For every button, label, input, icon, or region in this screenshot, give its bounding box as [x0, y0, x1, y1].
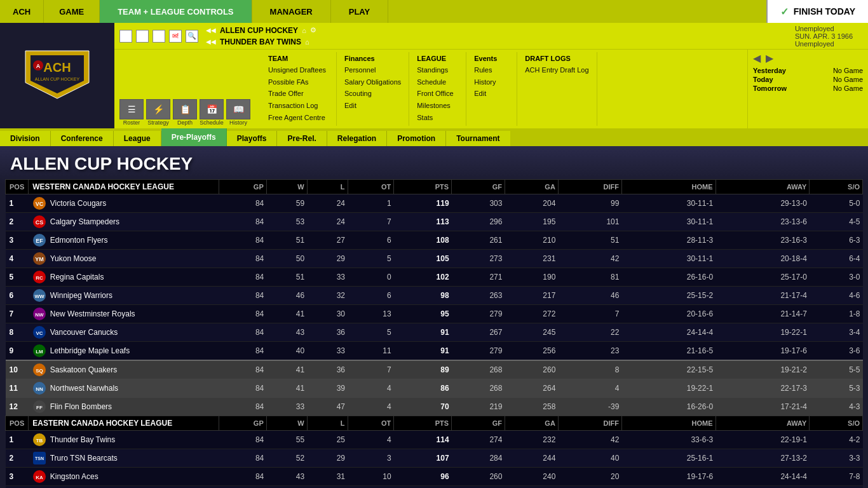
schedule-prev-button[interactable]: ◀: [753, 52, 761, 64]
table-row[interactable]: 9 LMLethbridge Maple Leafs 84 40 33 11 9…: [6, 342, 863, 361]
tab-league[interactable]: League: [114, 131, 161, 146]
events-edit[interactable]: Edit: [474, 88, 509, 100]
table-row[interactable]: 8 VCVancouver Canucks 84 43 36 5 91 267 …: [6, 323, 863, 342]
tab-pre-rel[interactable]: Pre-Rel.: [277, 131, 327, 146]
tab-tournament[interactable]: Tournament: [446, 131, 510, 146]
allen-cup-hockey-link[interactable]: ALLEN CUP HOCKEY: [220, 26, 298, 35]
twins-home-icon[interactable]: ⌂: [305, 38, 309, 46]
yesterday-label: Yesterday: [753, 67, 786, 74]
schedule-icon-item[interactable]: 📅 Schedule: [200, 99, 224, 126]
finance-edit[interactable]: Edit: [344, 100, 401, 112]
allen-settings-icon[interactable]: ⚙: [310, 26, 316, 34]
tab-promotion[interactable]: Promotion: [387, 131, 446, 146]
table-row[interactable]: 3 KAKingston Aces 84 43 31 10 96 260 240…: [6, 468, 863, 486]
checkmark-icon: ✓: [780, 6, 789, 18]
western-so-header: S/O: [810, 180, 863, 194]
manager-name: Unemployed: [795, 40, 853, 48]
league-front-office[interactable]: Front Office: [417, 88, 458, 100]
finance-personnel[interactable]: Personnel: [344, 64, 401, 76]
table-row[interactable]: 6 WWWinnipeg Warriors 84 46 32 6 98 263 …: [6, 287, 863, 305]
svg-text:CS: CS: [35, 219, 43, 226]
events-history[interactable]: History: [474, 76, 509, 88]
table-row[interactable]: 11 NNNorthwest Narwhals 84 41 39 4 86 26…: [6, 379, 863, 398]
league-schedule[interactable]: Schedule: [417, 76, 458, 88]
svg-text:YM: YM: [35, 256, 44, 262]
tab-conference[interactable]: Conference: [51, 131, 114, 146]
events-title: Events: [474, 55, 509, 62]
team-unsigned-draftees[interactable]: Unsigned Draftees: [268, 64, 329, 76]
western-diff-header: DIFF: [558, 180, 621, 194]
today-value: No Game: [833, 76, 863, 83]
events-rules[interactable]: Rules: [474, 64, 509, 76]
finish-today-button[interactable]: ✓ FINISH TODAY: [766, 0, 868, 23]
tab-relegation[interactable]: Relegation: [327, 131, 387, 146]
svg-text:NW: NW: [35, 312, 44, 318]
league-stats[interactable]: Stats: [417, 112, 458, 124]
svg-text:EF: EF: [36, 238, 43, 244]
svg-text:ACH: ACH: [43, 60, 71, 74]
western-gp-header: GP: [219, 180, 267, 194]
svg-text:LM: LM: [36, 349, 43, 355]
league-standings[interactable]: Standings: [417, 64, 458, 76]
team-transaction-log[interactable]: Transaction Log: [268, 100, 329, 112]
svg-text:SQ: SQ: [36, 368, 43, 374]
roster-label: Roster: [123, 119, 140, 126]
strategy-icon-item[interactable]: ⚡ Strategy: [146, 99, 170, 126]
tab-division[interactable]: Division: [0, 131, 51, 146]
table-row[interactable]: 5 RCRegina Capitals 84 51 33 0 102 271 1…: [6, 268, 863, 287]
schedule-next-button[interactable]: ▶: [766, 52, 773, 64]
svg-text:RC: RC: [36, 275, 43, 281]
table-row[interactable]: 4 YMYukon Moose 84 50 29 5 105 273 231 4…: [6, 250, 863, 268]
western-pts-header: PTS: [394, 180, 452, 194]
team-free-agent-centre[interactable]: Free Agent Centre: [268, 112, 329, 124]
team-possible-fas[interactable]: Possible FAs: [268, 76, 329, 88]
table-row[interactable]: 1 TBThunder Bay Twins 84 55 25 4 114 274…: [6, 431, 863, 449]
thunder-bay-twins-link[interactable]: THUNDER BAY TWINS: [220, 37, 301, 46]
nav-mail-button[interactable]: ✉!: [169, 30, 182, 43]
table-row[interactable]: 2 CSCalgary Stampeders 84 53 24 7 113 29…: [6, 213, 863, 231]
table-row[interactable]: 1 VCVictoria Cougars 84 59 24 1 119 303 …: [6, 194, 863, 213]
roster-icon-item[interactable]: ☰ Roster: [119, 99, 144, 126]
nav-home-button[interactable]: ⌂: [153, 30, 165, 43]
western-ga-header: GA: [505, 180, 558, 194]
team-trade-offer[interactable]: Trade Offer: [268, 88, 329, 100]
finance-scouting[interactable]: Scouting: [344, 88, 401, 100]
nav-item-ach[interactable]: ACH: [0, 0, 44, 23]
table-row[interactable]: 12 FFFlin Flon Bombers 84 33 47 4 70 219…: [6, 398, 863, 416]
strategy-label: Strategy: [147, 119, 169, 126]
draft-logs-title: DRAFT LOGS: [525, 55, 588, 62]
table-row[interactable]: 7 NWNew Westminster Royals 84 41 30 13 9…: [6, 305, 863, 323]
allen-left-arrow: ◀◀: [206, 27, 216, 34]
manager-status: Unemployed: [795, 25, 853, 32]
eastern-pos-header: POS: [6, 416, 29, 431]
eastern-league-name: EASTERN CANADA HOCKEY LEAGUE: [29, 416, 219, 431]
yesterday-value: No Game: [833, 67, 863, 74]
table-row[interactable]: 3 EFEdmonton Flyers 84 51 27 6 108 261 2…: [6, 231, 863, 250]
table-row[interactable]: 2 TSNTruro TSN Bearcats 84 52 29 3 107 2…: [6, 449, 863, 468]
league-menu-title: LEAGUE: [417, 55, 458, 62]
nav-item-manager[interactable]: MANAGER: [252, 0, 331, 23]
twins-left-arrow: ◀◀: [206, 38, 216, 45]
table-row[interactable]: 10 SQSaskatoon Quakers 84 41 36 7 89 268…: [6, 360, 863, 379]
nav-item-play[interactable]: PLAY: [331, 0, 388, 23]
tab-playoffs[interactable]: Playoffs: [227, 131, 278, 146]
schedule-label: Schedule: [200, 119, 224, 126]
western-league-name: WESTERN CANADA HOCKEY LEAGUE: [29, 180, 219, 194]
nav-search-button[interactable]: 🔍: [186, 30, 198, 43]
league-milestones[interactable]: Milestones: [417, 100, 458, 112]
allen-home-icon[interactable]: ⌂: [302, 27, 306, 34]
tomorrow-value: No Game: [833, 85, 863, 92]
tab-pre-playoffs[interactable]: Pre-Playoffs: [161, 128, 227, 146]
nav-forward-button[interactable]: ▶: [136, 30, 149, 43]
nav-item-game[interactable]: GAME: [44, 0, 100, 23]
nav-back-button[interactable]: ◀: [119, 30, 132, 43]
draft-ach-entry[interactable]: ACH Entry Draft Log: [525, 64, 588, 76]
history-label: History: [229, 119, 247, 126]
svg-text:TSN: TSN: [35, 456, 44, 461]
finance-salary[interactable]: Salary Obligations: [344, 76, 401, 88]
nav-item-team-league[interactable]: TEAM + LEAGUE CONTROLS: [100, 0, 252, 23]
svg-text:VC: VC: [35, 201, 43, 207]
tomorrow-label: Tomorrow: [753, 85, 787, 92]
history-icon-item[interactable]: 📖 History: [226, 99, 250, 126]
depth-icon-item[interactable]: 📋 Depth: [173, 99, 197, 126]
